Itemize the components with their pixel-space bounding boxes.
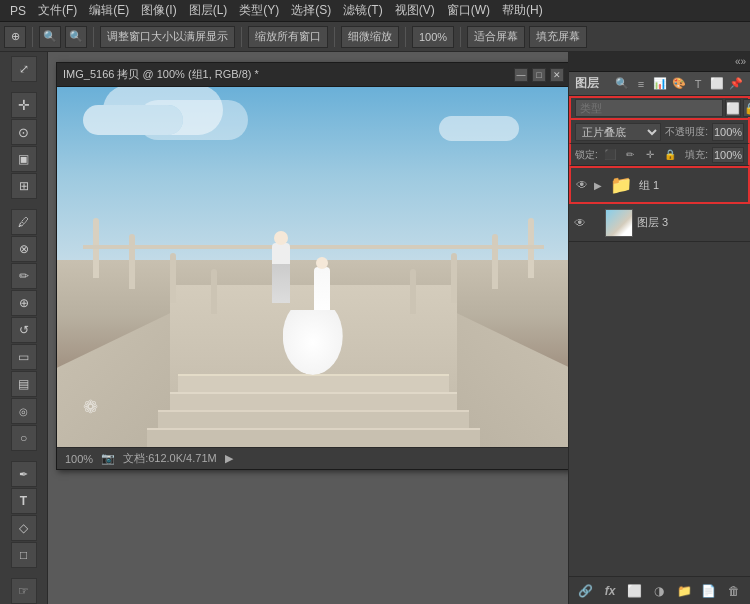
layers-icon-1[interactable]: 🔍 <box>614 76 630 92</box>
tool-group-move: ✛ ⊙ ▣ ⊞ <box>0 92 47 199</box>
railing-horiz-left <box>83 245 458 249</box>
lock-label: 锁定: <box>575 148 598 162</box>
layer-thumb-3 <box>605 209 633 237</box>
new-layer-btn[interactable]: 📄 <box>698 581 720 601</box>
layer-expand-3[interactable] <box>591 216 601 230</box>
selection-tool[interactable]: ⤢ <box>11 56 37 82</box>
filter-icon-1[interactable]: ⬜ <box>725 99 741 117</box>
fit-window-btn[interactable]: 调整窗口大小以满屏显示 <box>100 26 235 48</box>
layers-icon-3[interactable]: 📊 <box>652 76 668 92</box>
clone-tool[interactable]: ⊕ <box>11 290 37 316</box>
doc-minimize-btn[interactable]: — <box>514 68 528 82</box>
menu-help[interactable]: 帮助(H) <box>496 0 549 21</box>
shape-tool[interactable]: □ <box>11 542 37 568</box>
layers-panel-title-bar: 图层 🔍 ≡ 📊 🎨 T ⬜ 📌 <box>569 72 750 96</box>
lock-image-btn[interactable]: ✏ <box>622 147 638 163</box>
zoom-minus-icon[interactable]: 🔍 <box>39 26 61 48</box>
fill-input[interactable] <box>712 147 744 163</box>
adjustment-layer-btn[interactable]: ◑ <box>648 581 670 601</box>
layers-type-filter-dropdown[interactable] <box>575 99 723 117</box>
doc-maximize-btn[interactable]: □ <box>532 68 546 82</box>
hand-tool[interactable]: ☞ <box>11 578 37 604</box>
lock-fill-row: 锁定: ⬛ ✏ ✛ 🔒 填充: <box>569 144 750 166</box>
stair-2 <box>158 410 468 428</box>
layer-row-group1[interactable]: 👁 ▶ 📁 组 1 <box>569 166 750 204</box>
lock-transparent-btn[interactable]: ⬛ <box>602 147 618 163</box>
layers-icon-5[interactable]: ⬜ <box>709 76 725 92</box>
filter-icon-2[interactable]: 🔒 <box>743 99 750 117</box>
opacity-input[interactable] <box>712 123 744 141</box>
fill-screen-btn[interactable]: 填充屏幕 <box>529 26 587 48</box>
move-tool[interactable]: ✛ <box>11 92 37 118</box>
zoom-pct-btn[interactable]: 100% <box>412 26 454 48</box>
delete-layer-btn[interactable]: 🗑 <box>723 581 745 601</box>
railing-post-r3 <box>492 234 498 289</box>
blend-opacity-row: 正片叠底 不透明度: <box>569 120 750 144</box>
panel-top-bar: «» <box>569 52 750 72</box>
menu-edit[interactable]: 编辑(E) <box>83 0 135 21</box>
history-tool[interactable]: ↺ <box>11 317 37 343</box>
lock-all-btn[interactable]: 🔒 <box>662 147 678 163</box>
layers-icon-2[interactable]: ≡ <box>633 76 649 92</box>
doc-arrow[interactable]: ▶ <box>225 452 233 465</box>
menu-view[interactable]: 视图(V) <box>389 0 441 21</box>
new-group-btn[interactable]: 📁 <box>673 581 695 601</box>
crop-tool[interactable]: ⊞ <box>11 173 37 199</box>
layers-list: 👁 ▶ 📁 组 1 👁 图层 3 <box>569 166 750 371</box>
railing-post-r1 <box>451 253 457 303</box>
layer-row-3[interactable]: 👁 图层 3 <box>569 204 750 242</box>
lock-position-btn[interactable]: ✛ <box>642 147 658 163</box>
move-tool-icon[interactable]: ⊕ <box>4 26 26 48</box>
layers-icon-4[interactable]: 🎨 <box>671 76 687 92</box>
scrubby-zoom-btn[interactable]: 细微缩放 <box>341 26 399 48</box>
menu-type[interactable]: 类型(Y) <box>233 0 285 21</box>
layers-panel: 图层 🔍 ≡ 📊 🎨 T ⬜ 📌 ⬜ 🔒 🎨 ▶ <box>569 72 750 604</box>
layer-effects-btn[interactable]: fx <box>599 581 621 601</box>
layers-icon-T[interactable]: T <box>690 76 706 92</box>
railing-post-l1 <box>170 253 176 303</box>
left-tools-panel: ⤢ ✛ ⊙ ▣ ⊞ 🖊 ⊗ ✏ ⊕ ↺ ▭ ▤ ◎ ○ ✒ T ◇ □ <box>0 52 48 604</box>
blend-mode-select[interactable]: 正片叠底 <box>575 123 661 141</box>
lasso-tool[interactable]: ⊙ <box>11 119 37 145</box>
pen-tool[interactable]: ✒ <box>11 461 37 487</box>
menu-window[interactable]: 窗口(W) <box>441 0 496 21</box>
right-panel: «» 图层 🔍 ≡ 📊 🎨 T ⬜ 📌 ⬜ 🔒 <box>568 52 750 604</box>
heal-tool[interactable]: ⊗ <box>11 236 37 262</box>
blur-tool[interactable]: ◎ <box>11 398 37 424</box>
document-titlebar: IMG_5166 拷贝 @ 100% (组1, RGB/8) * — □ ✕ <box>57 63 568 87</box>
layer-mask-btn[interactable]: ⬜ <box>624 581 646 601</box>
eyedropper-tool[interactable]: 🖊 <box>11 209 37 235</box>
menu-ps[interactable]: PS <box>4 2 32 20</box>
menu-file[interactable]: 文件(F) <box>32 0 83 21</box>
fit-all-btn[interactable]: 缩放所有窗口 <box>248 26 328 48</box>
eraser-tool[interactable]: ▭ <box>11 344 37 370</box>
brush-tool[interactable]: ✏ <box>11 263 37 289</box>
fit-screen-btn[interactable]: 适合屏幕 <box>467 26 525 48</box>
dodge-tool[interactable]: ○ <box>11 425 37 451</box>
layer-eye-3[interactable]: 👁 <box>573 216 587 230</box>
marquee-tool[interactable]: ▣ <box>11 146 37 172</box>
gradient-tool[interactable]: ▤ <box>11 371 37 397</box>
menu-select[interactable]: 选择(S) <box>285 0 337 21</box>
layers-search-bar: ⬜ 🔒 🎨 ▶ <box>569 96 750 120</box>
layer-eye-group1[interactable]: 👁 <box>575 178 589 192</box>
link-layers-btn[interactable]: 🔗 <box>574 581 596 601</box>
path-tool[interactable]: ◇ <box>11 515 37 541</box>
railing-post-l2 <box>211 269 217 314</box>
layer-expand-group1[interactable]: ▶ <box>593 178 603 192</box>
photo-flowers: ❁ <box>83 396 98 418</box>
document-window: IMG_5166 拷贝 @ 100% (组1, RGB/8) * — □ ✕ <box>56 62 568 470</box>
doc-close-btn[interactable]: ✕ <box>550 68 564 82</box>
groom-head <box>274 231 288 245</box>
layers-bottom-bar: 🔗 fx ⬜ ◑ 📁 📄 🗑 <box>569 576 750 604</box>
panel-collapse-icon[interactable]: «» <box>735 56 746 67</box>
tool-group-paint: 🖊 ⊗ ✏ ⊕ ↺ ▭ ▤ ◎ ○ <box>0 209 47 451</box>
document-title: IMG_5166 拷贝 @ 100% (组1, RGB/8) * <box>63 67 259 82</box>
zoom-plus-icon[interactable]: 🔍 <box>65 26 87 48</box>
type-tool[interactable]: T <box>11 488 37 514</box>
layers-icon-6[interactable]: 📌 <box>728 76 744 92</box>
layers-empty-space <box>569 371 750 576</box>
menu-layer[interactable]: 图层(L) <box>183 0 234 21</box>
menu-filter[interactable]: 滤镜(T) <box>337 0 388 21</box>
menu-image[interactable]: 图像(I) <box>135 0 182 21</box>
